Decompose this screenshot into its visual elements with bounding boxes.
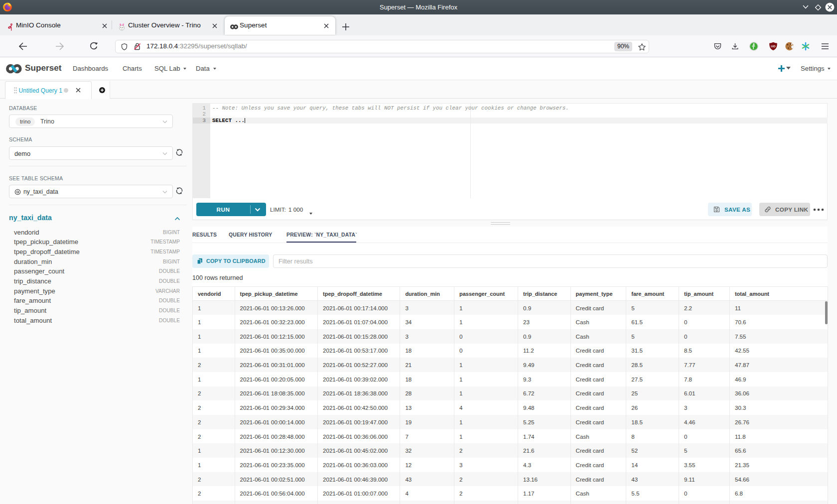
svg-text:UO: UO — [771, 44, 775, 48]
